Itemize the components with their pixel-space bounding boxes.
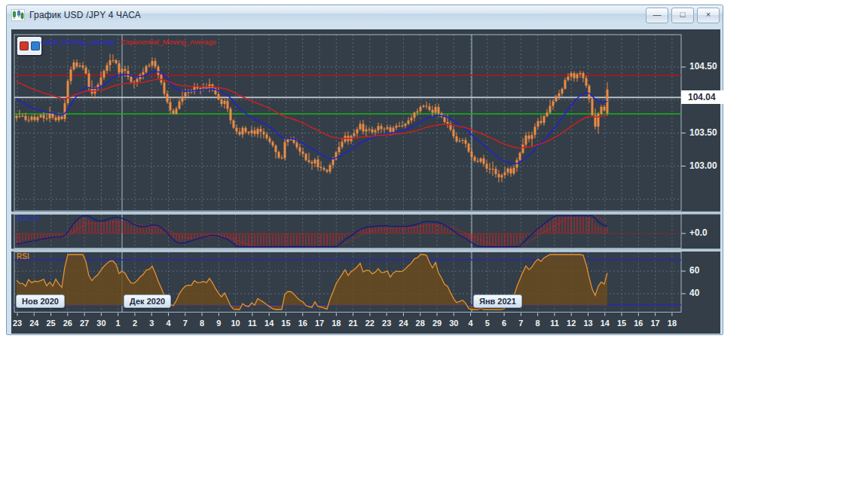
day-label: 10: [228, 319, 244, 328]
rsi-label: RSI: [17, 252, 29, 261]
day-label: 12: [563, 319, 579, 328]
current-price-box: 104.04: [681, 90, 731, 104]
day-label: 23: [378, 319, 395, 328]
day-label: 14: [261, 319, 277, 328]
red-indicator-button[interactable]: [20, 41, 29, 50]
day-label: 18: [328, 319, 344, 328]
macd-label: MACD: [17, 215, 39, 223]
rsi-plot: [14, 255, 681, 310]
day-label: 25: [43, 319, 60, 328]
day-label: 4: [463, 319, 479, 328]
day-label: 27: [76, 319, 93, 328]
moving-averages: [17, 72, 607, 164]
macd-plot: [14, 216, 681, 247]
chart-canvas: [11, 29, 720, 334]
day-label: 5: [479, 319, 496, 328]
month-marker: Нов 2020: [16, 294, 65, 308]
day-label: 13: [580, 319, 597, 328]
chart-client-frame: ential_Moving_Average Exponential_Moving…: [7, 24, 723, 334]
day-label: 29: [429, 319, 445, 328]
day-label: 9: [210, 319, 227, 328]
day-label: 23: [9, 319, 26, 328]
window-controls: — □ ×: [646, 8, 720, 23]
window-title: График USD /JPY 4 ЧАСА: [29, 10, 141, 20]
close-button[interactable]: ×: [697, 8, 720, 23]
day-label: 11: [244, 319, 261, 328]
rsi-level-60-label: 60: [689, 265, 699, 276]
month-marker: Янв 2021: [473, 294, 522, 308]
day-label: 24: [395, 319, 411, 328]
day-label: 24: [26, 319, 42, 328]
day-label: 28: [412, 319, 429, 328]
day-label: 7: [512, 319, 529, 328]
blue-indicator-button[interactable]: [31, 41, 40, 50]
minimize-button[interactable]: —: [646, 8, 668, 23]
day-label: 30: [445, 319, 462, 328]
day-label: 30: [93, 319, 109, 328]
day-label: 14: [597, 319, 613, 328]
day-label: 21: [345, 319, 362, 328]
day-label: 16: [630, 319, 646, 328]
day-label: 4: [160, 319, 177, 328]
day-label: 18: [664, 319, 680, 328]
price-tick-label: 103.00: [689, 160, 717, 171]
titlebar[interactable]: График USD /JPY 4 ЧАСА — □ ×: [7, 5, 723, 25]
day-label: 11: [546, 319, 563, 328]
day-label: 17: [647, 319, 664, 328]
ma-legend-red: Exponential_Moving_Average: [121, 38, 216, 46]
day-label: 8: [194, 319, 210, 328]
day-label: 1: [110, 319, 127, 328]
day-label: 26: [60, 319, 76, 328]
indicator-buttons: [17, 37, 41, 55]
maximize-button[interactable]: □: [671, 8, 694, 23]
ma-legend-blue: ential_Moving_Average: [41, 38, 115, 46]
day-label: 3: [143, 319, 160, 328]
chart-area[interactable]: ential_Moving_Average Exponential_Moving…: [11, 29, 720, 334]
rsi-level-40-label: 40: [689, 288, 699, 298]
day-label: 2: [127, 319, 143, 328]
day-label: 15: [277, 319, 294, 328]
Moving_Average: [17, 72, 607, 164]
day-label: 16: [295, 319, 311, 328]
candlestick-chart-icon: [11, 9, 25, 21]
price-tick-label: 104.50: [689, 61, 717, 72]
current-price-value: 104.04: [688, 92, 716, 102]
day-label: 6: [496, 319, 512, 328]
price-tick-label: 103.50: [689, 127, 717, 138]
day-label: 15: [613, 319, 630, 328]
day-label: 17: [311, 319, 328, 328]
chart-window: График USD /JPY 4 ЧАСА — □ × ential_Movi…: [6, 5, 723, 335]
day-label: 7: [177, 319, 194, 328]
macd-zero-label: +0.0: [689, 227, 708, 238]
day-label: 8: [530, 319, 546, 328]
candles: [16, 54, 609, 183]
month-marker: Дек 2020: [124, 294, 171, 308]
day-label: 22: [362, 319, 378, 328]
